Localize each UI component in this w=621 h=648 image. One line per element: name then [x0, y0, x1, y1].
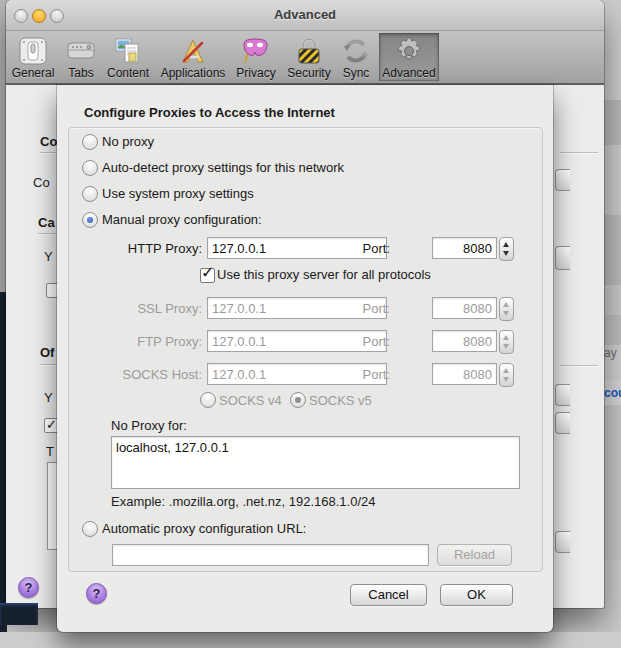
http-port-input[interactable]: [432, 237, 497, 259]
radio-no-proxy[interactable]: [82, 134, 98, 150]
lock-icon: [282, 35, 336, 67]
radio-socks-v5-label: SOCKS v5: [309, 393, 372, 408]
sheet-heading: Configure Proxies to Access the Internet: [84, 105, 335, 120]
toolbar-item-content[interactable]: Content: [101, 33, 155, 81]
bg-group-line: [40, 152, 57, 154]
no-proxy-for-label: No Proxy for:: [111, 418, 187, 433]
radio-auto-url[interactable]: [82, 521, 98, 537]
http-proxy-label: HTTP Proxy:: [84, 241, 202, 256]
bg-text-fragment: Y: [44, 249, 53, 264]
desktop-wallpaper-fragment: [0, 603, 38, 625]
bg-group-line: [38, 233, 57, 235]
bg-group-line: [560, 365, 598, 367]
radio-manual-proxy-label: Manual proxy configuration:: [102, 212, 262, 227]
reload-button[interactable]: Reload: [437, 544, 512, 566]
ok-button[interactable]: OK: [440, 584, 513, 606]
http-port-stepper[interactable]: [499, 237, 514, 261]
example-text: Example: .mozilla.org, .net.nz, 192.168.…: [111, 494, 376, 509]
radio-no-proxy-label: No proxy: [102, 134, 154, 149]
toolbar-item-privacy[interactable]: Privacy: [232, 33, 280, 81]
toolbar-label: Advanced: [379, 66, 439, 80]
checkmark-icon: ✓: [201, 263, 214, 282]
toolbar-label: Privacy: [232, 66, 280, 80]
toolbar-item-sync[interactable]: Sync: [336, 33, 376, 81]
bg-text-fragment: T: [46, 444, 54, 459]
toolbar-label: Security: [282, 66, 336, 80]
switch-icon: [8, 35, 58, 67]
bg-button-fragment[interactable]: [555, 169, 570, 191]
bg-group-line: [40, 364, 57, 366]
toolbar-item-tabs[interactable]: Tabs: [59, 33, 103, 81]
ssl-port-label: Port:: [325, 301, 390, 316]
screen: ay cou Advanced General Tabs Content App…: [0, 0, 621, 648]
tabs-icon: [59, 35, 103, 67]
auto-url-input[interactable]: [112, 544, 429, 566]
connection-settings-sheet: Configure Proxies to Access the Internet…: [57, 85, 553, 632]
bg-group-label-fragment: Co: [40, 134, 57, 149]
all-protocols-checkbox[interactable]: ✓: [200, 268, 215, 283]
socks-port-label: Port:: [325, 367, 390, 382]
bg-text-fragment: Y: [44, 390, 53, 405]
bg-button-fragment[interactable]: [555, 412, 570, 434]
ftp-proxy-label: FTP Proxy:: [84, 334, 202, 349]
cancel-button[interactable]: Cancel: [350, 584, 427, 606]
bg-group-line: [560, 152, 598, 154]
bg-help-button[interactable]: ?: [18, 577, 39, 598]
socks-host-label: SOCKS Host:: [84, 367, 202, 382]
bg-text-fragment: Co: [33, 175, 50, 190]
toolbar-item-applications[interactable]: Applications: [157, 33, 229, 81]
radio-socks-v5[interactable]: [290, 392, 306, 408]
radio-socks-v4[interactable]: [200, 392, 216, 408]
toolbar-label: Sync: [336, 66, 376, 80]
ssl-proxy-label: SSL Proxy:: [84, 301, 202, 316]
bg-group-label-fragment: Ca: [38, 215, 55, 230]
no-proxy-for-textarea[interactable]: localhost, 127.0.0.1: [111, 436, 520, 489]
radio-system-proxy-label: Use system proxy settings: [102, 186, 254, 201]
background-page-link-fragment[interactable]: cou: [604, 386, 621, 400]
radio-manual-proxy[interactable]: [82, 212, 98, 228]
toolbar-label: General: [8, 66, 58, 80]
bg-group-label-fragment: Of: [40, 345, 54, 360]
ftp-port-stepper[interactable]: [499, 330, 514, 354]
sync-icon: [336, 35, 376, 67]
ftp-port-input[interactable]: [432, 330, 497, 352]
toolbar-item-advanced[interactable]: Advanced: [379, 33, 439, 81]
socks-port-input[interactable]: [432, 363, 497, 385]
mask-icon: [232, 35, 280, 67]
ssl-port-stepper[interactable]: [499, 297, 514, 321]
desktop-bottom: [0, 632, 621, 648]
ssl-port-input[interactable]: [432, 297, 497, 319]
radio-auto-url-label: Automatic proxy configuration URL:: [102, 521, 306, 536]
content-icon: [101, 35, 155, 67]
toolbar-label: Content: [101, 66, 155, 80]
background-page-column: [604, 0, 621, 648]
bg-button-fragment[interactable]: [555, 531, 570, 553]
http-port-label: Port:: [325, 241, 390, 256]
socks-port-stepper[interactable]: [499, 363, 514, 387]
radio-system-proxy[interactable]: [82, 186, 98, 202]
bg-button-fragment[interactable]: [555, 384, 570, 406]
bg-button-fragment[interactable]: [555, 246, 570, 270]
window-title: Advanced: [6, 7, 604, 22]
toolbar-item-general[interactable]: General: [8, 33, 58, 81]
toolbar-label: Applications: [157, 66, 229, 80]
gear-icon: [379, 35, 439, 67]
radio-auto-detect[interactable]: [82, 160, 98, 176]
toolbar-item-security[interactable]: Security: [282, 33, 336, 81]
sheet-help-button[interactable]: ?: [86, 583, 107, 604]
all-protocols-label: Use this proxy server for all protocols: [217, 267, 431, 282]
toolbar-label: Tabs: [59, 66, 103, 80]
applications-icon: [157, 35, 229, 67]
background-page-text-fragment: ay: [604, 346, 617, 360]
radio-socks-v4-label: SOCKS v4: [219, 393, 282, 408]
radio-auto-detect-label: Auto-detect proxy settings for this netw…: [102, 160, 344, 175]
ftp-port-label: Port:: [325, 334, 390, 349]
